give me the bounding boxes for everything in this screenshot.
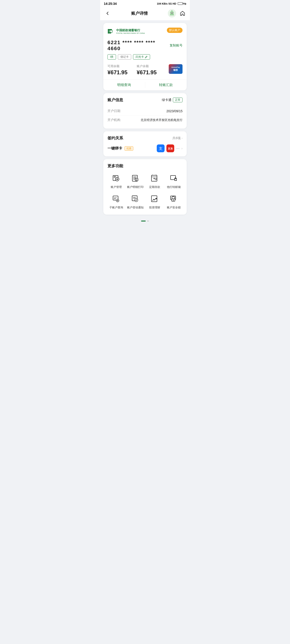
bank-emblem-icon bbox=[108, 28, 115, 35]
account-lock-icon bbox=[169, 194, 179, 204]
battery-level: 79 bbox=[177, 2, 186, 5]
features-section: 更多功能 账户管理 bbox=[103, 159, 187, 214]
indicator-page-2 bbox=[147, 220, 149, 222]
nav-right-actions bbox=[168, 9, 186, 18]
feature-sub-account[interactable]: 子账户查询 bbox=[108, 194, 125, 210]
nav-bar: 账户详情 bbox=[100, 7, 190, 20]
feature-account-print[interactable]: 账户明细打印 bbox=[127, 173, 144, 189]
account-balance-amount: ¥671.95 bbox=[137, 69, 157, 76]
network-speed: 104 KB/s bbox=[157, 2, 168, 5]
tag-class1: I类 bbox=[108, 54, 116, 60]
home-button[interactable] bbox=[179, 10, 186, 17]
card-actions: 明细查询 转账汇款 bbox=[103, 79, 187, 90]
account-info-section: 账户信息 绿卡通 正常 开户日期 2023/09/15 开户机构 北京经济技术开… bbox=[103, 93, 187, 128]
open-date-label: 开户日期 bbox=[108, 109, 120, 113]
feature-inter-transfer[interactable]: 他行转邮储 bbox=[165, 173, 183, 189]
svg-point-15 bbox=[116, 178, 118, 180]
feature-change-notify[interactable]: 账户变动通知 bbox=[127, 194, 144, 210]
inter-transfer-label: 他行转邮储 bbox=[167, 185, 181, 189]
features-section-title: 更多功能 bbox=[108, 163, 182, 168]
card-type-label: 绿卡通 bbox=[162, 98, 171, 102]
quick-bind-row: 一键绑卡 优惠 支 京东 ··· › bbox=[108, 144, 182, 152]
signing-total-count[interactable]: 共8项 › bbox=[172, 136, 182, 140]
detail-query-button[interactable]: 明细查询 bbox=[103, 80, 145, 90]
svg-point-0 bbox=[170, 11, 174, 14]
tag-flash: 闪光卡 bbox=[133, 54, 150, 60]
back-button[interactable] bbox=[104, 10, 111, 17]
status-bar: 14:25:34 104 KB/s 5G HD 79 bbox=[100, 0, 190, 7]
investment-icon bbox=[150, 194, 160, 204]
open-branch-value: 北京经济技术开发区光机电支行 bbox=[141, 118, 182, 122]
card-number-row: 6221 **** **** **** 4660 复制账号 bbox=[108, 40, 182, 52]
copy-account-button[interactable]: 复制账号 bbox=[170, 44, 182, 48]
investment-label: 投资理财 bbox=[149, 206, 160, 210]
page-indicators bbox=[103, 217, 187, 223]
account-manage-icon bbox=[111, 173, 121, 183]
robot-button[interactable] bbox=[168, 9, 176, 18]
main-content: 中国邮政储蓄银行 POSTAL SAVINGS BANK OF CHINA 默认… bbox=[100, 20, 190, 226]
fixed-deposit-label: 定期存款 bbox=[149, 185, 160, 189]
page-title: 账户详情 bbox=[131, 10, 148, 16]
card-number: 6221 **** **** **** 4660 bbox=[108, 40, 167, 52]
feature-investment[interactable]: 投资理财 bbox=[146, 194, 163, 210]
quick-bind-arrow-icon: › bbox=[181, 146, 182, 150]
bank-name: 中国邮政储蓄银行 POSTAL SAVINGS BANK OF CHINA bbox=[116, 28, 145, 34]
svg-text:京东: 京东 bbox=[168, 147, 173, 150]
card-tags: I类 借记卡 闪光卡 bbox=[108, 54, 182, 60]
svg-rect-4 bbox=[170, 14, 171, 15]
quick-bind-left: 一键绑卡 优惠 bbox=[108, 146, 133, 151]
bank-logo: 中国邮政储蓄银行 POSTAL SAVINGS BANK OF CHINA bbox=[108, 28, 145, 35]
signing-section: 签约关系 共8项 › 一键绑卡 优惠 支 京东 bbox=[103, 131, 187, 156]
default-badge: 默认账户 bbox=[167, 28, 182, 33]
svg-point-1 bbox=[171, 12, 172, 13]
sub-account-label: 子账户查询 bbox=[109, 206, 123, 210]
alipay-icon: 支 bbox=[157, 144, 165, 152]
info-section-title: 账户信息 bbox=[108, 97, 123, 102]
quick-bind-label: 一键绑卡 bbox=[108, 146, 122, 151]
promo-badge: 优惠 bbox=[125, 146, 133, 151]
unionpay-logo-icon: UnionPay 银联 bbox=[169, 64, 182, 74]
available-balance-label: 可用余额 bbox=[108, 64, 128, 68]
svg-point-2 bbox=[172, 12, 173, 13]
svg-text:支: 支 bbox=[159, 146, 162, 150]
signal-indicator: 5G HD bbox=[168, 2, 176, 5]
chevron-right-icon: › bbox=[182, 136, 182, 140]
jd-icon: 京东 bbox=[166, 144, 174, 152]
status-icons: 104 KB/s 5G HD 79 bbox=[157, 2, 186, 5]
account-print-icon bbox=[130, 173, 140, 183]
bank-name-en: POSTAL SAVINGS BANK OF CHINA bbox=[116, 32, 145, 34]
info-section-header: 账户信息 绿卡通 正常 bbox=[108, 97, 182, 102]
transfer-button[interactable]: 转账汇款 bbox=[145, 80, 187, 90]
indicator-page-1 bbox=[141, 220, 146, 222]
svg-rect-20 bbox=[114, 176, 116, 177]
card-balance: 可用余额 ¥671.95 账户余额 ¥671.95 UnionPay 银联 bbox=[108, 64, 182, 76]
account-print-label: 账户明细打印 bbox=[127, 185, 144, 189]
card-header: 中国邮政储蓄银行 POSTAL SAVINGS BANK OF CHINA 默认… bbox=[108, 28, 182, 35]
account-balance: 账户余额 ¥671.95 bbox=[137, 64, 157, 76]
feature-account-manage[interactable]: 账户管理 bbox=[108, 173, 125, 189]
open-branch-row: 开户机构 北京经济技术开发区光机电支行 bbox=[108, 116, 182, 124]
info-section-right: 绿卡通 正常 bbox=[162, 98, 182, 102]
status-badge: 正常 bbox=[173, 98, 182, 102]
bank-card-section: 中国邮政储蓄银行 POSTAL SAVINGS BANK OF CHINA 默认… bbox=[103, 23, 187, 90]
feature-fixed-deposit[interactable]: 定期存款 bbox=[146, 173, 163, 189]
svg-rect-26 bbox=[135, 178, 138, 181]
change-notify-icon bbox=[130, 194, 140, 204]
account-balance-label: 账户余额 bbox=[137, 64, 157, 68]
available-balance-amount: ¥671.95 bbox=[108, 69, 128, 76]
feature-account-lock[interactable]: 账户安全锁 bbox=[165, 194, 183, 210]
fixed-deposit-icon bbox=[150, 173, 160, 183]
svg-rect-21 bbox=[114, 177, 116, 178]
inter-transfer-icon bbox=[169, 173, 179, 183]
more-apps-button[interactable]: ··· bbox=[176, 146, 179, 151]
features-grid: 账户管理 账户明细打印 bbox=[108, 173, 182, 210]
open-date-value: 2023/09/15 bbox=[166, 109, 182, 113]
signing-section-header: 签约关系 共8项 › bbox=[108, 136, 182, 141]
change-notify-label: 账户变动通知 bbox=[127, 206, 144, 210]
open-branch-label: 开户机构 bbox=[108, 118, 120, 122]
account-lock-label: 账户安全锁 bbox=[167, 206, 181, 210]
sub-account-icon bbox=[111, 194, 121, 204]
status-time: 14:25:34 bbox=[104, 2, 117, 6]
signing-section-title: 签约关系 bbox=[108, 136, 123, 141]
available-balance: 可用余额 ¥671.95 bbox=[108, 64, 128, 76]
